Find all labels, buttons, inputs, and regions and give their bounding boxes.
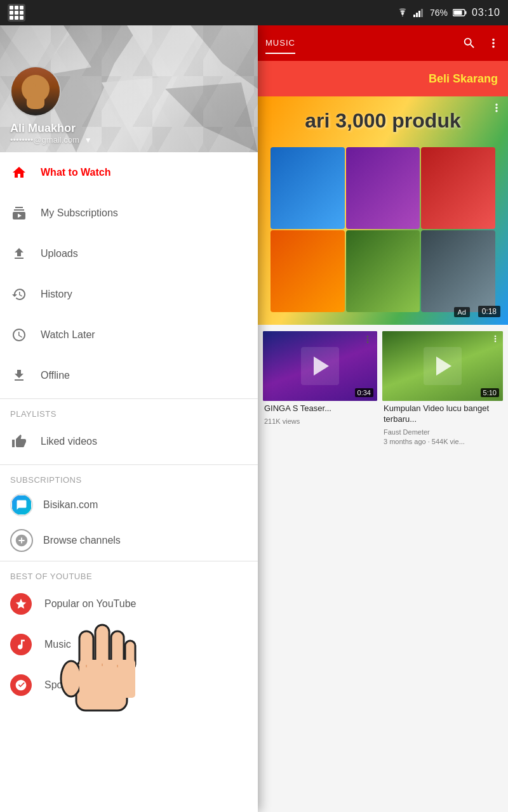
music-label: Music: [44, 639, 71, 650]
battery-percentage: 76%: [430, 8, 448, 18]
user-email: ••••••••@gmail.com: [10, 135, 79, 145]
main-video-duration: 0:18: [478, 306, 500, 317]
nav-item-my-subscriptions[interactable]: My Subscriptions: [0, 193, 258, 233]
add-circle-icon: [10, 529, 33, 552]
video-card-1[interactable]: 0:34 GINGA S Teaser... 211K views: [263, 331, 377, 450]
sports-label: Sports: [44, 679, 74, 691]
video-title-2: Kumpulan Video lucu banget terbaru...: [384, 403, 502, 425]
video-views-1: 211K views: [264, 417, 376, 426]
music-icon: [10, 634, 32, 655]
playlists-divider: [0, 398, 258, 399]
nav-item-uploads[interactable]: Uploads: [0, 233, 258, 274]
svg-rect-7: [453, 11, 462, 15]
battery-icon: [453, 9, 467, 16]
playlists-section-title: PLAYLISTS: [0, 402, 258, 421]
video-thumb-2-duration: 5:10: [481, 388, 499, 397]
popular-icon: [10, 593, 32, 615]
popular-on-youtube[interactable]: Popular on YouTube: [0, 584, 258, 624]
drawer-header: Ali Muakhor ••••••••@gmail.com ▼: [0, 25, 258, 152]
nav-item-what-to-watch[interactable]: What to Watch: [0, 152, 258, 193]
user-name: Ali Muakhor: [10, 122, 248, 135]
search-icon[interactable]: [462, 36, 476, 50]
home-icon: [10, 164, 28, 181]
video-card-1-more-icon[interactable]: [362, 334, 373, 345]
drawer: Ali Muakhor ••••••••@gmail.com ▼ What to…: [0, 25, 258, 812]
video-card-2-more-icon[interactable]: [490, 334, 500, 344]
beli-skarang-text: Beli Skarang: [429, 72, 498, 86]
youtube-header: MUSIC: [258, 25, 508, 61]
subscriptions-icon: [10, 204, 28, 222]
main-video[interactable]: ari 3,000 produk Ad 0:18: [258, 96, 508, 325]
video-title-1: GINGA S Teaser...: [264, 403, 376, 414]
nav-item-history[interactable]: History: [0, 274, 258, 315]
clock: 03:10: [472, 7, 500, 18]
dropdown-arrow-icon[interactable]: ▼: [84, 136, 92, 145]
video-thumb-1-duration: 0:34: [355, 388, 373, 397]
nav-item-liked-videos[interactable]: Liked videos: [0, 421, 258, 462]
more-vert-icon[interactable]: [486, 36, 500, 50]
svg-rect-1: [416, 13, 418, 17]
popular-label: Popular on YouTube: [44, 598, 136, 610]
best-divider: [0, 561, 258, 561]
upload-icon: [10, 245, 28, 263]
subscriptions-section-title: SUBSCRIPTIONS: [0, 468, 258, 487]
nav-label-watch-later: Watch Later: [41, 329, 95, 341]
signal-icon: [413, 8, 425, 17]
nav-label-uploads: Uploads: [41, 248, 78, 259]
avatar: [10, 66, 61, 117]
browse-channels-label: Browse channels: [43, 535, 121, 546]
subscriptions-divider: [0, 464, 258, 465]
ad-badge: Ad: [454, 307, 470, 317]
nav-label-history: History: [41, 289, 72, 300]
video-product-text: ari 3,000 produk: [258, 109, 508, 133]
browse-channels[interactable]: Browse channels: [0, 523, 258, 558]
video-views-2: 3 months ago · 544K vie...: [384, 437, 502, 447]
history-icon: [10, 285, 28, 303]
bb-app-icon: [8, 4, 25, 22]
nav-label-offline: Offline: [41, 370, 70, 381]
video-card-2[interactable]: 5:10 Kumpulan Video lucu banget terbaru.…: [382, 331, 503, 450]
sports-nav[interactable]: Sports: [0, 665, 258, 705]
svg-rect-3: [421, 9, 423, 17]
best-of-youtube-title: BEST OF YOUTUBE: [0, 564, 258, 584]
main-video-more-icon[interactable]: [490, 102, 503, 114]
sports-icon: [10, 674, 32, 696]
status-bar-right: 76% 03:10: [397, 7, 500, 18]
nav-item-offline[interactable]: Offline: [0, 355, 258, 396]
nav-item-watch-later[interactable]: Watch Later: [0, 315, 258, 355]
download-icon: [10, 367, 28, 384]
thumb-up-icon: [10, 433, 28, 450]
nav-label-what-to-watch: What to Watch: [41, 167, 111, 178]
svg-marker-11: [190, 25, 258, 89]
main-content: MUSIC Beli Skarang ari 3,000 produk: [258, 25, 508, 812]
nav-label-my-subscriptions: My Subscriptions: [41, 207, 118, 219]
video-channel-2: Faust Demeter: [384, 428, 502, 437]
bisikan-icon: [10, 494, 33, 516]
svg-rect-6: [465, 11, 466, 15]
status-bar: 76% 03:10: [0, 0, 508, 25]
promo-banner[interactable]: Beli Skarang: [258, 61, 508, 96]
music-nav[interactable]: Music: [0, 624, 258, 665]
svg-rect-0: [413, 15, 415, 17]
status-bar-left: [8, 4, 25, 22]
nav-label-liked-videos: Liked videos: [41, 436, 97, 447]
subscription-bisikan[interactable]: Bisikan.com: [0, 487, 258, 523]
wifi-icon: [397, 8, 408, 17]
clock-icon: [10, 326, 28, 344]
svg-rect-2: [418, 11, 420, 17]
user-email-row[interactable]: ••••••••@gmail.com ▼: [10, 135, 248, 145]
bisikan-label: Bisikan.com: [43, 499, 98, 511]
music-tab[interactable]: MUSIC: [265, 33, 295, 54]
video-cards-row: 0:34 GINGA S Teaser... 211K views 5:10: [258, 325, 508, 456]
